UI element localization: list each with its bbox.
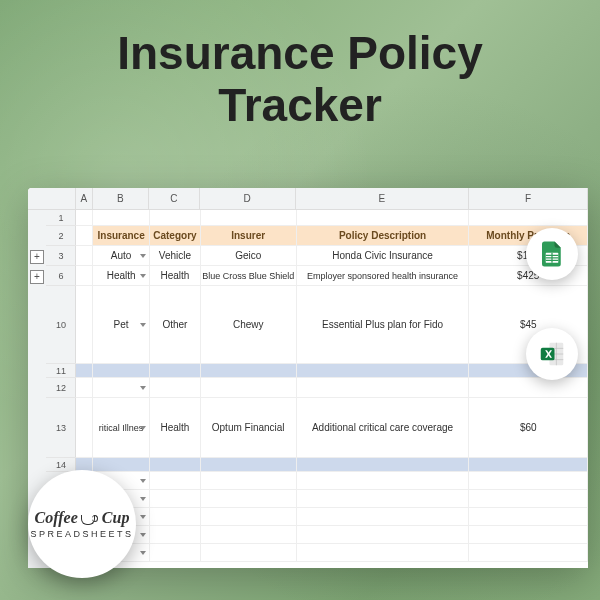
separator-row	[76, 458, 588, 472]
table-row: Pet Other Chewy Essential Plus plan for …	[76, 286, 588, 364]
table-row: ritical Illnes Health Optum Financial Ad…	[76, 398, 588, 458]
col-header[interactable]: C	[149, 188, 199, 209]
insurer-cell[interactable]: Optum Financial	[201, 398, 297, 458]
category-cell[interactable]: Health	[150, 398, 201, 458]
product-image: Insurance Policy Tracker 1 2 3 + 6 + 10 …	[0, 0, 600, 600]
insurer-cell[interactable]: Blue Cross Blue Shield	[201, 266, 297, 286]
policy-cell[interactable]: Honda Civic Insurance	[297, 246, 470, 266]
header-policy[interactable]: Policy Description	[297, 226, 470, 246]
separator-row	[76, 364, 588, 378]
col-header[interactable]: E	[296, 188, 470, 209]
col-header[interactable]: F	[469, 188, 588, 209]
logo-text-1b: Cup	[102, 509, 130, 527]
header-category[interactable]: Category	[150, 226, 201, 246]
coffee-cup-icon	[81, 511, 99, 525]
insurer-cell[interactable]: Chewy	[201, 286, 297, 364]
col-header[interactable]: D	[200, 188, 296, 209]
row-num[interactable]: 12	[46, 378, 76, 398]
insurer-cell[interactable]: Geico	[201, 246, 297, 266]
spreadsheet-grid: Insurance Category Insurer Policy Descri…	[76, 210, 588, 568]
table-row: Health Health Blue Cross Blue Shield Emp…	[76, 266, 588, 286]
row-num[interactable]: 3	[46, 246, 76, 266]
insurance-cell[interactable]: Health	[93, 266, 150, 286]
product-title: Insurance Policy Tracker	[0, 0, 600, 141]
brand-logo: Coffee Cup SPREADSHEETS	[28, 470, 136, 578]
table-row: Auto Vehicle Geico Honda Civic Insurance…	[76, 246, 588, 266]
logo-text-2: SPREADSHEETS	[30, 529, 133, 539]
premium-cell[interactable]: $60	[469, 398, 588, 458]
row-num[interactable]: 11	[46, 364, 76, 378]
category-cell[interactable]: Health	[150, 266, 201, 286]
row-num[interactable]: 2	[46, 226, 76, 246]
google-sheets-icon	[526, 228, 578, 280]
row-num[interactable]: 10	[46, 286, 76, 364]
group-toggle[interactable]: +	[30, 250, 44, 264]
row-num[interactable]: 6	[46, 266, 76, 286]
col-header[interactable]: B	[93, 188, 150, 209]
policy-cell[interactable]: Essential Plus plan for Fido	[297, 286, 470, 364]
insurance-cell[interactable]: Pet	[93, 286, 150, 364]
row-num[interactable]: 13	[46, 398, 76, 458]
col-header[interactable]: A	[76, 188, 93, 209]
insurance-cell[interactable]: Auto	[93, 246, 150, 266]
group-toggle[interactable]: +	[30, 270, 44, 284]
excel-icon	[526, 328, 578, 380]
logo-text-1: Coffee	[35, 509, 78, 527]
row-num[interactable]: 1	[46, 210, 76, 226]
header-insurer[interactable]: Insurer	[201, 226, 297, 246]
column-headers: A B C D E F	[76, 188, 588, 210]
category-cell[interactable]: Other	[150, 286, 201, 364]
policy-cell[interactable]: Additional critical care coverage	[297, 398, 470, 458]
table-header-row: Insurance Category Insurer Policy Descri…	[76, 226, 588, 246]
title-line-2: Tracker	[218, 79, 382, 131]
insurance-cell[interactable]: ritical Illnes	[93, 398, 150, 458]
policy-cell[interactable]: Employer sponsored health insurance	[297, 266, 470, 286]
header-insurance[interactable]: Insurance	[93, 226, 150, 246]
title-line-1: Insurance Policy	[117, 27, 483, 79]
table-row	[76, 378, 588, 398]
category-cell[interactable]: Vehicle	[150, 246, 201, 266]
